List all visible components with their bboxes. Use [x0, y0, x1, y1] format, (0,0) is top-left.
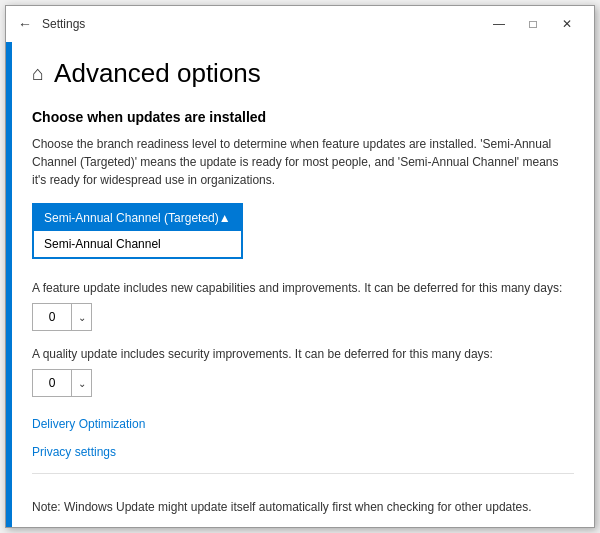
page-title-container: ⌂ Advanced options [32, 58, 574, 89]
dropdown-selected-label: Semi-Annual Channel (Targeted) [44, 211, 219, 225]
section-heading: Choose when updates are installed [32, 109, 574, 125]
title-bar: ← Settings — □ ✕ [6, 6, 594, 42]
channel-dropdown-container[interactable]: Semi-Annual Channel (Targeted) ▲ Semi-An… [32, 203, 243, 259]
window-title: Settings [42, 17, 85, 31]
back-button[interactable]: ← [18, 16, 32, 32]
dropdown-selected-option[interactable]: Semi-Annual Channel (Targeted) ▲ [34, 205, 241, 231]
note-divider [32, 473, 574, 474]
dropdown-chevron-icon: ▲ [219, 211, 231, 225]
quality-update-arrow[interactable]: ⌄ [71, 370, 91, 396]
home-icon: ⌂ [32, 62, 44, 85]
settings-window: ← Settings — □ ✕ ⌂ Advanced options Choo… [5, 5, 595, 528]
feature-update-arrow[interactable]: ⌄ [71, 304, 91, 330]
section-description: Choose the branch readiness level to det… [32, 135, 574, 189]
quality-update-value: 0 [33, 376, 71, 390]
title-bar-left: ← Settings [18, 16, 85, 32]
dropdown-option-1[interactable]: Semi-Annual Channel [34, 231, 241, 257]
privacy-settings-link[interactable]: Privacy settings [32, 445, 574, 459]
page-title: Advanced options [54, 58, 261, 89]
feature-update-section: A feature update includes new capabiliti… [32, 281, 574, 331]
quality-update-stepper[interactable]: 0 ⌄ [32, 369, 92, 397]
feature-update-description: A feature update includes new capabiliti… [32, 281, 574, 295]
quality-update-description: A quality update includes security impro… [32, 347, 574, 361]
content-area: ⌂ Advanced options Choose when updates a… [6, 42, 594, 527]
title-bar-controls: — □ ✕ [484, 12, 582, 36]
feature-update-stepper[interactable]: 0 ⌄ [32, 303, 92, 331]
main-content: ⌂ Advanced options Choose when updates a… [12, 42, 594, 527]
minimize-button[interactable]: — [484, 12, 514, 36]
maximize-button[interactable]: □ [518, 12, 548, 36]
delivery-optimization-link[interactable]: Delivery Optimization [32, 417, 574, 431]
close-button[interactable]: ✕ [552, 12, 582, 36]
quality-update-section: A quality update includes security impro… [32, 347, 574, 397]
feature-update-value: 0 [33, 310, 71, 324]
channel-dropdown[interactable]: Semi-Annual Channel (Targeted) ▲ Semi-An… [32, 203, 243, 259]
note-text: Note: Windows Update might update itself… [32, 490, 574, 514]
